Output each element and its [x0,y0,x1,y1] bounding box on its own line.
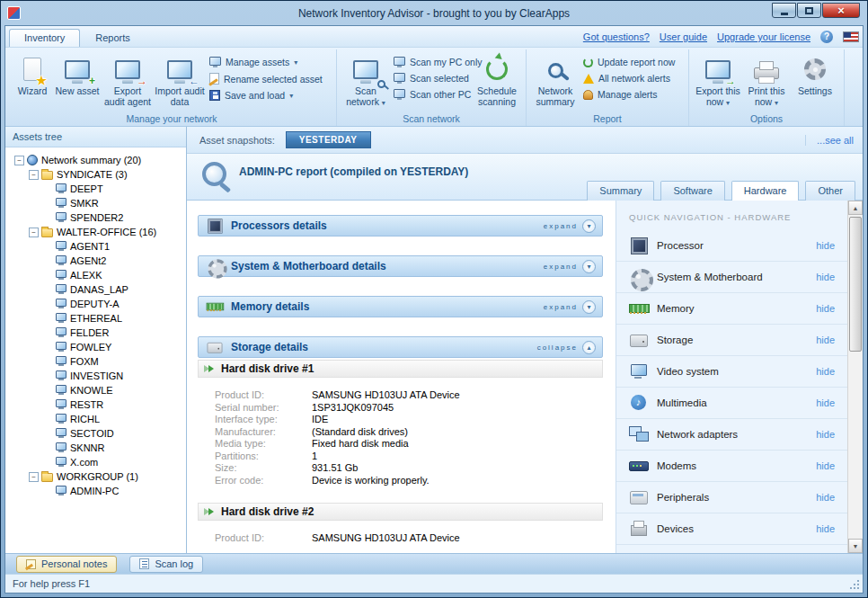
hide-link[interactable]: hide [816,335,835,345]
quicknav-item[interactable]: Video system hide [616,356,847,388]
export-this-now-button[interactable]: → Export this now ▾ [694,51,742,112]
tab-hardware[interactable]: Hardware [731,181,800,201]
section-header[interactable]: Processors details expand ▾ [198,215,603,237]
network-summary-button[interactable]: Network summary [531,51,580,112]
section-toggle-button[interactable]: ▾ [582,260,596,273]
tree-expander[interactable]: − [29,170,39,180]
hide-link[interactable]: hide [816,240,835,251]
scroll-thumb[interactable] [849,217,862,352]
scroll-down-arrow[interactable]: ▼ [848,539,863,553]
scroll-up-arrow[interactable]: ▲ [848,201,863,215]
user-guide-link[interactable]: User guide [660,31,707,42]
hide-link[interactable]: hide [816,492,835,503]
settings-button[interactable]: Settings [791,51,839,112]
tree-item[interactable]: AGENt2 [7,254,184,268]
wizard-button[interactable]: ★ Wizard [12,51,53,112]
us-flag-icon[interactable] [843,31,859,42]
quicknav-item[interactable]: Modems hide [616,451,847,482]
tree-item[interactable]: KNOWLE [7,383,184,397]
update-report-button[interactable]: Update report now [583,57,680,67]
hide-link[interactable]: hide [816,303,835,314]
resize-grip[interactable] [848,578,861,591]
tab-summary[interactable]: Summary [587,181,654,201]
quicknav-item[interactable]: Network adapters hide [616,419,847,451]
hide-link[interactable]: hide [816,366,835,377]
network-alerts-button[interactable]: All network alerts [583,73,680,84]
quicknav-item[interactable]: Memory hide [616,293,847,325]
quicknav-item[interactable]: Storage hide [616,325,847,356]
tree-item[interactable]: ADMIN-PC [7,484,184,498]
tree-item[interactable]: DEEPT [7,182,184,196]
section-header[interactable]: Storage details collapse ▴ [198,336,603,358]
snapshot-yesterday-button[interactable]: YESTERDAY [286,131,371,148]
import-audit-data-button[interactable]: ← Import audit data [154,51,206,112]
hide-link[interactable]: hide [816,272,835,282]
tab-inventory[interactable]: Inventory [9,29,80,47]
hide-link[interactable]: hide [816,523,835,534]
print-this-now-button[interactable]: Print this now ▾ [742,51,791,112]
export-audit-agent-button[interactable]: → Export audit agent [102,51,154,112]
tree-item[interactable]: FELDER [7,326,184,340]
section-toggle-button[interactable]: ▾ [582,219,596,233]
tree-item[interactable]: SKNNR [7,441,184,455]
quicknav-item[interactable]: Devices hide [616,513,847,545]
got-questions-link[interactable]: Got questions? [583,31,650,42]
tab-software[interactable]: Software [660,181,724,201]
tree-item[interactable]: RESTR [7,397,184,412]
tab-other[interactable]: Other [805,181,855,201]
new-asset-button[interactable]: + New asset [53,51,102,112]
tree-item[interactable]: − Network summary (20) [7,153,184,167]
see-all-link[interactable]: ...see all [805,135,854,146]
scan-network-button[interactable]: Scan network ▾ [341,51,390,112]
section-toggle-button[interactable]: ▴ [582,341,596,354]
tree-item[interactable]: − WORKGROUP (1) [7,469,184,484]
tree-expander[interactable]: − [14,156,24,165]
tree-item[interactable]: ETHEREAL [7,311,184,326]
close-button[interactable]: × [822,3,860,18]
tree-item[interactable]: RICHL [7,412,184,426]
manage-assets-button[interactable]: Manage assets ▾ [209,57,328,67]
tree-item[interactable]: X.com [7,455,184,469]
vertical-scrollbar[interactable]: ▲ ▼ [847,201,863,553]
tree-item[interactable]: DEPUTY-A [7,297,184,311]
hide-link[interactable]: hide [816,429,835,440]
help-icon[interactable]: ? [820,31,833,43]
quicknav-item[interactable]: System & Motherboard hide [616,262,847,293]
minimize-button[interactable] [772,3,796,18]
save-and-load-button[interactable]: Save and load ▾ [209,90,328,101]
scan-other-pc-button[interactable]: Scan other PC [394,89,469,100]
upgrade-license-link[interactable]: Upgrade your license [717,31,810,42]
tree-item[interactable]: SPENDER2 [7,210,184,225]
hide-link[interactable]: hide [816,460,835,471]
tree-item[interactable]: DANAS_LAP [7,282,184,297]
tree-item[interactable]: FOWLEY [7,340,184,354]
tree-item[interactable]: AGENT1 [7,239,184,254]
tree-item[interactable]: ALEXK [7,268,184,282]
section-header[interactable]: Memory details expand ▾ [198,296,603,317]
titlebar[interactable]: Network Inventory Advisor - brought to y… [4,1,864,25]
section-toggle-button[interactable]: ▾ [582,300,596,314]
tree-item[interactable]: INVESTIGN [7,369,184,383]
tree-expander[interactable]: − [29,472,39,482]
scan-log-button[interactable]: Scan log [129,556,203,573]
tree-expander[interactable]: − [29,228,39,237]
quicknav-item[interactable]: Peripherals hide [616,482,847,513]
personal-notes-button[interactable]: Personal notes [16,556,117,573]
tree-item[interactable]: − SYNDICATE (3) [7,167,184,182]
schedule-scanning-button[interactable]: Schedule scanning [473,51,521,112]
tab-reports[interactable]: Reports [80,29,146,47]
scan-my-pc-button[interactable]: Scan my PC only [394,57,469,67]
hide-link[interactable]: hide [816,397,835,408]
maximize-button[interactable] [797,3,821,18]
tree-item[interactable]: FOXM [7,354,184,369]
quicknav-item[interactable]: Processor hide [616,230,847,262]
scan-selected-button[interactable]: Scan selected [394,73,469,84]
rename-asset-button[interactable]: Rename selected asset [209,73,328,85]
tree-item[interactable]: − WALTER-OFFICE (16) [7,225,184,239]
tree-item[interactable]: SMKR [7,196,184,210]
quicknav-item[interactable]: Multimedia hide [616,388,847,419]
field-row: Product ID: SAMSUNG HD103UJ ATA Device [215,389,603,402]
tree-item[interactable]: SECTOID [7,426,184,441]
section-header[interactable]: System & Motherboard details expand ▾ [198,255,603,277]
manage-alerts-button[interactable]: Manage alerts [583,89,680,100]
